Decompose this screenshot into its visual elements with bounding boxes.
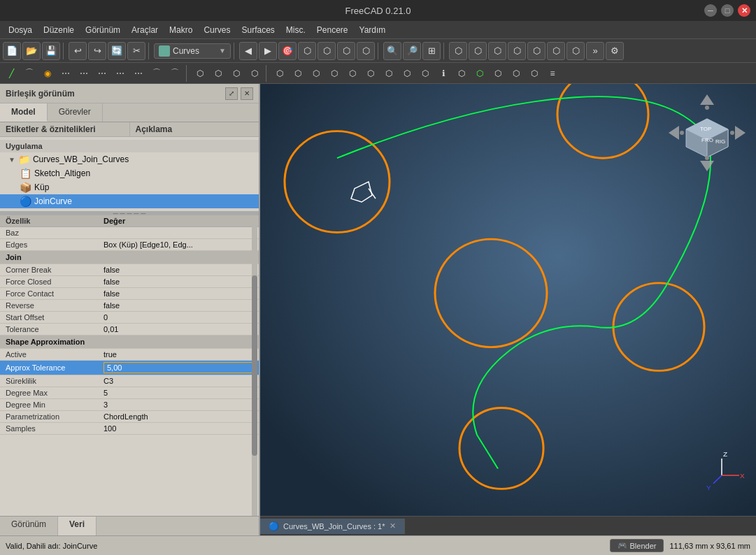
viewport-tab-close[interactable]: ✕ xyxy=(390,521,396,531)
view5[interactable]: ⬡ xyxy=(318,42,336,60)
panel-expand-btn[interactable]: ⤢ xyxy=(225,87,238,100)
view4[interactable]: ⬡ xyxy=(298,42,316,60)
curve-tool28[interactable]: ⬡ xyxy=(508,65,525,82)
view1[interactable]: ◀ xyxy=(239,42,257,60)
viewport-tab[interactable]: 🔵 Curves_WB_Join_Curves : 1* ✕ xyxy=(260,519,405,534)
zoom-in[interactable]: 🔍 xyxy=(383,42,401,60)
menu-pencere[interactable]: Pencere xyxy=(311,24,354,36)
menu-misc[interactable]: Misc. xyxy=(280,24,311,36)
curve-tool26[interactable]: ⬡ xyxy=(471,65,488,82)
render1[interactable]: ⬡ xyxy=(449,42,467,60)
prop-row-parametrization[interactable]: Parametrization ChordLength xyxy=(0,411,259,423)
curve-tool2[interactable]: ⌒ xyxy=(21,65,38,82)
curve-tool6[interactable]: ⋯ xyxy=(94,65,110,82)
new-button[interactable]: 📄 xyxy=(3,42,21,60)
curve-tool15[interactable]: ⬡ xyxy=(271,65,288,82)
curve-tool1[interactable]: ╱ xyxy=(3,65,20,82)
prop-row-tolerance[interactable]: Tolerance 0,01 xyxy=(0,324,259,336)
view6[interactable]: ⬡ xyxy=(337,42,355,60)
bottom-tab-veri[interactable]: Veri xyxy=(58,517,97,535)
curve-tool4[interactable]: ⋯ xyxy=(57,65,74,82)
open-button[interactable]: 📂 xyxy=(22,42,41,60)
prop-row-force-closed[interactable]: Force Closed false xyxy=(0,276,259,288)
curve-tool24[interactable]: ℹ xyxy=(435,65,452,82)
view2[interactable]: ▶ xyxy=(259,42,277,60)
curve-tool17[interactable]: ⬡ xyxy=(308,65,324,82)
prop-row-reverse[interactable]: Reverse false xyxy=(0,300,259,312)
curve-tool12[interactable]: ⬡ xyxy=(210,65,227,82)
prop-row-start-offset[interactable]: Start Offset 0 xyxy=(0,312,259,324)
curve-tool7[interactable]: ⋯ xyxy=(112,65,129,82)
prop-val-approx-tolerance[interactable] xyxy=(98,361,259,375)
curve-tool23[interactable]: ⬡ xyxy=(417,65,434,82)
tree-item-sketch[interactable]: 📋 Sketch_Altigen xyxy=(0,166,259,180)
curve-tool19[interactable]: ⬡ xyxy=(344,65,361,82)
menu-duzenle[interactable]: Düzenle xyxy=(38,24,80,36)
prop-row-force-contact[interactable]: Force Contact false xyxy=(0,288,259,300)
menu-dosya[interactable]: Dosya xyxy=(3,24,38,36)
viewport-canvas[interactable]: Z X Y xyxy=(260,84,756,516)
tree-item-cube[interactable]: 📦 Küp xyxy=(0,180,259,194)
tree-item-root[interactable]: ▼ 📁 Curves_WB_Join_Curves xyxy=(0,152,259,166)
view7[interactable]: ⬡ xyxy=(357,42,375,60)
panel-close-btn[interactable]: ✕ xyxy=(241,87,253,100)
more-btn[interactable]: » xyxy=(586,42,604,60)
blender-button[interactable]: 🎮 Blender xyxy=(610,539,664,552)
zoom-all[interactable]: ⊞ xyxy=(422,42,441,60)
curve-tool13[interactable]: ⬡ xyxy=(228,65,245,82)
scroll-thumb[interactable] xyxy=(252,275,257,456)
curve-tool3[interactable]: ◉ xyxy=(39,65,56,82)
curve-tool18[interactable]: ⬡ xyxy=(326,65,343,82)
render6[interactable]: ⬡ xyxy=(547,42,565,60)
prop-row-edges[interactable]: Edges Box (Küp) [Edge10, Edg... xyxy=(0,239,259,251)
curve-tool9[interactable]: ⌒ xyxy=(148,65,165,82)
prop-row-active[interactable]: Active true xyxy=(0,349,259,361)
curve-tool11[interactable]: ⬡ xyxy=(192,65,208,82)
prop-row-baz[interactable]: Baz xyxy=(0,227,259,239)
render4[interactable]: ⬡ xyxy=(508,42,526,60)
approx-tolerance-input[interactable] xyxy=(104,362,253,373)
curve-tool14[interactable]: ⬡ xyxy=(246,65,263,82)
menu-curves[interactable]: Curves xyxy=(198,24,236,36)
render2[interactable]: ⬡ xyxy=(469,42,487,60)
save-button[interactable]: 💾 xyxy=(42,42,60,60)
curve-tool5[interactable]: ⋯ xyxy=(76,65,92,82)
render7[interactable]: ⬡ xyxy=(566,42,585,60)
curve-tool20[interactable]: ⬡ xyxy=(362,65,379,82)
prop-row-sureklilik[interactable]: Süreklilik C3 xyxy=(0,375,259,387)
curve-tool8[interactable]: ⋯ xyxy=(130,65,147,82)
prop-row-samples[interactable]: Samples 100 xyxy=(0,423,259,435)
menu-araclar[interactable]: Araçlar xyxy=(126,24,164,36)
scroll-track[interactable] xyxy=(252,215,257,516)
bottom-tab-gorunum[interactable]: Görünüm xyxy=(0,517,58,535)
curve-tool29[interactable]: ⬡ xyxy=(526,65,543,82)
render5[interactable]: ⬡ xyxy=(527,42,545,60)
zoom-out[interactable]: 🔎 xyxy=(403,42,421,60)
prop-row-approx-tolerance[interactable]: Approx Tolerance xyxy=(0,361,259,375)
curve-tool16[interactable]: ⬡ xyxy=(290,65,306,82)
curve-tool21[interactable]: ⬡ xyxy=(380,65,397,82)
menu-makro[interactable]: Makro xyxy=(164,24,198,36)
menu-yardim[interactable]: Yardım xyxy=(354,24,392,36)
menu-surfaces[interactable]: Surfaces xyxy=(236,24,280,36)
prop-row-corner-break[interactable]: Corner Break false xyxy=(0,264,259,276)
settings-btn[interactable]: ⚙ xyxy=(606,42,624,60)
cut-button[interactable]: ✂ xyxy=(127,42,145,60)
menu-gorunum[interactable]: Görünüm xyxy=(80,24,126,36)
close-button[interactable]: ✕ xyxy=(738,4,750,17)
nav-cube[interactable]: FRO TOP RIG xyxy=(665,91,749,175)
redo-button[interactable]: ↪ xyxy=(88,42,106,60)
curve-tool30[interactable]: ≡ xyxy=(544,65,561,82)
curve-tool25[interactable]: ⬡ xyxy=(453,65,470,82)
tab-model[interactable]: Model xyxy=(0,103,48,122)
refresh-button[interactable]: 🔄 xyxy=(108,42,126,60)
minimize-button[interactable]: ─ xyxy=(704,4,717,17)
workbench-selector[interactable]: Curves ▼ xyxy=(154,43,231,59)
curve-tool10[interactable]: ⌒ xyxy=(166,65,183,82)
tree-item-joincurve[interactable]: 🔵 JoinCurve xyxy=(0,194,259,208)
maximize-button[interactable]: □ xyxy=(721,4,734,17)
view3[interactable]: 🎯 xyxy=(278,42,297,60)
curve-tool22[interactable]: ⬡ xyxy=(399,65,415,82)
undo-button[interactable]: ↩ xyxy=(69,42,87,60)
render3[interactable]: ⬡ xyxy=(488,42,506,60)
